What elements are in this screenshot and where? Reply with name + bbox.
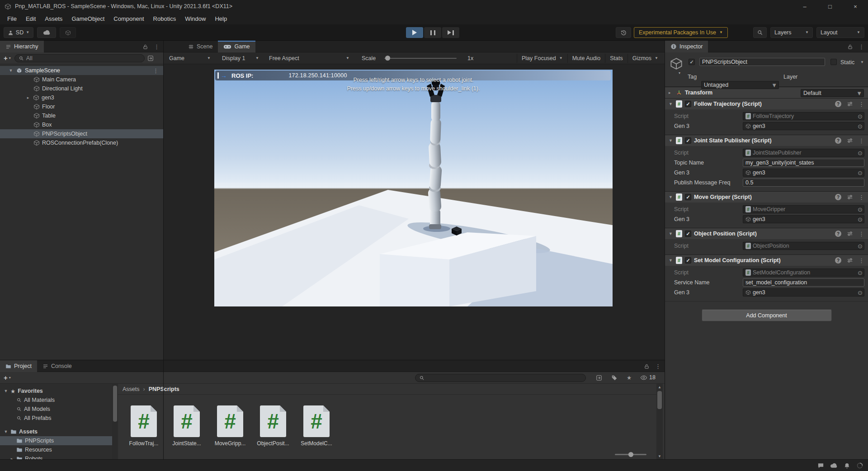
script-reference-field[interactable]: # MoveGripper ⊙ [743,205,864,213]
minimize-button[interactable]: – [792,0,817,13]
component-menu-icon[interactable]: ⋮ [859,231,864,237]
lock-icon[interactable] [142,44,148,50]
presets-icon[interactable] [847,194,853,200]
object-name-field[interactable] [699,58,825,66]
enabled-checkbox[interactable]: ✓ [685,137,691,144]
help-icon[interactable]: ? [835,101,841,107]
active-checkbox[interactable]: ✓ [689,59,695,65]
component-set-model-configuration-header[interactable]: ▼ # ✓ Set Model Configuration (Script) ?… [665,254,868,266]
project-search[interactable] [415,374,586,382]
folder-row-selected[interactable]: PNPScripts [0,436,112,445]
service-name-input[interactable] [745,279,862,286]
hierarchy-row[interactable]: Floor [0,102,163,111]
account-dropdown[interactable]: SD ▼ [4,27,33,38]
hierarchy-row[interactable]: ROSConnectionPrefab(Clone) [0,138,163,147]
object-picker-icon[interactable]: ⊙ [858,170,863,176]
play-focused-dropdown[interactable]: Play Focused▼ [517,54,567,63]
object-picker-icon[interactable]: ⊙ [858,123,863,129]
favorite-item[interactable]: All Models [0,405,112,414]
favorite-item[interactable]: All Prefabs [0,414,112,423]
service-name-field[interactable] [743,278,864,287]
services-button[interactable] [60,27,76,38]
presets-icon[interactable] [847,231,853,237]
object-reference-field[interactable]: gen3 ⊙ [743,122,864,130]
experimental-packages-warning[interactable]: Experimental Packages In Use ▼ [634,27,728,38]
search-by-label-icon[interactable] [611,375,618,381]
help-icon[interactable]: ? [835,231,841,237]
presets-icon[interactable] [847,257,853,264]
object-picker-icon[interactable]: ⊙ [858,290,863,296]
layout-dropdown[interactable]: Layout ▼ [816,27,864,38]
menu-edit[interactable]: Edit [21,13,40,24]
help-icon[interactable]: ? [835,257,841,264]
tab-scene[interactable]: Scene [183,41,218,52]
hierarchy-create-button[interactable]: + ▾ [0,55,14,61]
asset-file[interactable]: # FollowTraj... [126,405,162,447]
panel-divider[interactable] [163,41,164,459]
grid-scrollbar-thumb[interactable] [657,391,662,409]
inspector-menu-icon[interactable]: ⋮ [859,43,864,50]
hidden-count-eye-icon[interactable] [640,375,647,380]
object-picker-icon[interactable]: ⊙ [858,243,863,249]
component-object-position-header[interactable]: ▼ # ✓ Object Position (Script) ? ⋮ [665,228,868,239]
menu-help[interactable]: Help [210,13,231,24]
project-search-input[interactable] [427,375,582,381]
scale-slider[interactable] [382,54,459,63]
panel-divider[interactable] [665,41,665,459]
lock-icon[interactable] [847,44,853,50]
object-name-input[interactable] [702,59,822,65]
enabled-checkbox[interactable]: ✓ [685,194,691,200]
object-picker-icon[interactable]: ⊙ [858,150,863,156]
tree-scrollbar-thumb[interactable] [113,386,117,422]
asset-file[interactable]: # MoveGripp... [212,405,248,447]
hierarchy-search-input[interactable] [26,55,141,61]
script-reference-field[interactable]: # JointStatePublisher ⊙ [743,149,864,157]
menu-assets[interactable]: Assets [40,13,67,24]
notification-bell-icon[interactable] [844,462,850,469]
favorites-row[interactable]: ▼ ★ Favorites [0,386,112,396]
icon-size-slider-knob[interactable] [628,452,633,457]
script-reference-field[interactable]: # SetModelConfiguration ⊙ [743,268,864,277]
asset-file[interactable]: # SetModelC... [298,405,335,447]
publish-frequency-input[interactable] [745,179,862,186]
menu-window[interactable]: Window [180,13,210,24]
search-by-type-icon[interactable] [596,375,602,381]
help-icon[interactable]: ? [835,194,841,200]
enabled-checkbox[interactable]: ✓ [685,101,691,107]
close-button[interactable]: × [843,0,868,13]
expand-icon[interactable]: ▸ [25,95,31,100]
menu-robotics[interactable]: Robotics [149,13,181,24]
layer-dropdown[interactable]: Default ▼ [801,89,864,97]
enabled-checkbox[interactable]: ✓ [685,257,691,264]
component-menu-icon[interactable]: ⋮ [859,101,864,108]
component-menu-icon[interactable]: ⋮ [859,137,864,144]
aspect-dropdown[interactable]: Free Aspect▼ [266,54,352,63]
object-reference-field[interactable]: gen3 ⊙ [743,215,864,223]
tab-hierarchy[interactable]: Hierarchy [0,41,44,52]
menu-gameobject[interactable]: GameObject [67,13,109,24]
game-viewport[interactable]: → ROS IP: 172.18.250.141:10000 Press lef… [214,70,613,306]
script-reference-field[interactable]: # FollowTrajectory ⊙ [743,112,864,120]
tab-project[interactable]: Project [0,360,37,372]
folder-row[interactable]: Resources [0,445,112,454]
object-picker-icon[interactable]: ⊙ [858,207,863,212]
search-button[interactable] [753,27,767,38]
publish-frequency-field[interactable] [743,179,864,187]
tag-dropdown[interactable]: Untagged ▼ [701,81,779,89]
hierarchy-row-selected[interactable]: PNPScriptsObject [0,129,163,138]
topic-name-input[interactable] [745,160,862,166]
scene-picker-icon[interactable] [147,55,154,61]
mute-audio-toggle[interactable]: Mute Audio [567,54,605,63]
hierarchy-row-scene[interactable]: ▼ SampleScene ⋮ [0,66,163,75]
game-mode-dropdown[interactable]: Game▼ [166,54,213,63]
script-reference-field[interactable]: # ObjectPosition ⊙ [743,242,864,250]
topic-name-field[interactable] [743,159,864,167]
step-button[interactable] [442,27,459,38]
tab-console[interactable]: Console [37,360,77,372]
presets-icon[interactable] [847,101,853,107]
scroll-up-icon[interactable]: ▲ [658,385,661,389]
pause-button[interactable] [424,27,441,38]
undo-history-button[interactable] [616,27,631,38]
static-checkbox[interactable] [830,59,837,65]
grid-scrollbar[interactable]: ▲ ▼ [656,384,663,460]
